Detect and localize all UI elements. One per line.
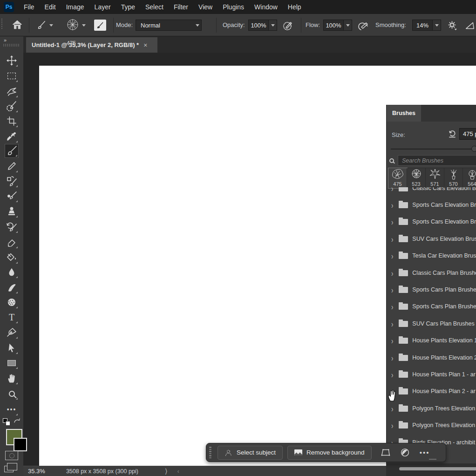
expand-chevron-icon[interactable]: ›	[391, 200, 393, 210]
search-brushes-input[interactable]	[398, 155, 476, 166]
flow-chevron[interactable]	[344, 20, 352, 31]
brush-preset-chevron[interactable]	[49, 24, 53, 27]
mode-select[interactable]: Normal	[136, 20, 202, 31]
smoothing-chevron[interactable]	[433, 20, 441, 31]
transform-icon[interactable]	[380, 447, 391, 458]
brush-folder-row[interactable]: › SUV Cars Elevation Brush	[387, 231, 476, 247]
expand-chevron-icon[interactable]: ›	[391, 234, 393, 244]
toolbar-collapse-icon[interactable]: »	[4, 37, 7, 43]
opacity-chevron[interactable]	[269, 20, 277, 31]
quick-mask-mode-icon[interactable]	[5, 451, 18, 460]
expand-chevron-icon[interactable]: ›	[391, 404, 393, 413]
brush-folder-row[interactable]: › Classic Cars Plan Brushe	[387, 265, 476, 281]
menu-help[interactable]: Help	[283, 0, 306, 14]
expand-chevron-icon[interactable]: ›	[391, 187, 393, 193]
color-replacement-tool[interactable]	[5, 174, 19, 188]
expand-chevron-icon[interactable]: ›	[391, 285, 393, 294]
tab-close-icon[interactable]: ×	[143, 41, 147, 49]
adjustment-contrast-icon[interactable]	[400, 447, 411, 458]
swap-colors-icon[interactable]	[13, 417, 21, 425]
brush-folder-row[interactable]: › Sports Cars Plan Brushes	[387, 281, 476, 298]
menu-plugins[interactable]: Plugins	[218, 0, 249, 14]
brush-folder-row[interactable]: › Polygon Trees Elevation	[387, 417, 476, 434]
path-selection-tool[interactable]	[5, 341, 19, 355]
home-icon[interactable]	[11, 19, 23, 31]
quick-selection-tool[interactable]	[5, 99, 19, 113]
crop-tool[interactable]	[5, 114, 19, 128]
menu-edit[interactable]: Edit	[40, 0, 61, 14]
options-grip[interactable]	[1, 19, 2, 29]
menu-file[interactable]: File	[19, 0, 40, 14]
scroll-left-arrow-icon[interactable]: ‹	[177, 468, 179, 475]
document-tab[interactable]: Untitled-1 @ 35,3% (Layer 2, RGB/8) * ×	[26, 37, 157, 53]
history-brush-tool[interactable]	[5, 220, 19, 234]
paint-bucket-tool[interactable]	[5, 251, 19, 265]
size-value-field[interactable]: 475 px	[459, 128, 476, 140]
mode-chevron[interactable]	[196, 24, 199, 27]
eraser-tool[interactable]	[5, 235, 19, 249]
brush-tool[interactable]	[5, 144, 19, 158]
smoothing-gear-icon[interactable]	[446, 20, 458, 31]
expand-chevron-icon[interactable]: ›	[391, 251, 393, 260]
remove-background-button[interactable]: Remove background	[287, 446, 372, 460]
blur-tool[interactable]	[5, 265, 19, 279]
brush-folder-row[interactable]: › Polygon Trees Elevation	[387, 400, 476, 417]
brush-preset-564[interactable]: 564	[463, 168, 476, 188]
brush-angle-icon[interactable]	[465, 21, 475, 30]
lasso-tool[interactable]	[5, 84, 19, 98]
brush-preset-570[interactable]: 570	[444, 168, 463, 188]
toggle-brush-panel-icon[interactable]	[94, 20, 106, 31]
background-color-swatch[interactable]	[14, 438, 27, 451]
size-reset-icon[interactable]	[448, 129, 457, 138]
taskbar-drag-handle[interactable]	[209, 447, 213, 458]
zoom-tool[interactable]	[5, 387, 19, 401]
smoothing-field[interactable]: 14%	[412, 20, 433, 31]
opacity-field[interactable]: 100%	[248, 20, 269, 31]
pen-tool[interactable]	[5, 326, 19, 340]
brush-folder-row[interactable]: › House Plants Plan 2 - ar	[387, 383, 476, 400]
pencil-tool[interactable]	[5, 159, 19, 173]
brush-folder-row[interactable]: › Sports Cars Elevation Bru	[387, 213, 476, 230]
clone-stamp-tool[interactable]	[5, 204, 19, 218]
menu-filter[interactable]: Filter	[169, 0, 193, 14]
expand-chevron-icon[interactable]: ›	[391, 370, 393, 379]
size-slider-knob[interactable]	[471, 146, 476, 152]
menu-view[interactable]: View	[193, 0, 218, 14]
hand-tool[interactable]	[5, 371, 19, 385]
smudge-tool[interactable]	[5, 280, 19, 294]
expand-chevron-icon[interactable]: ›	[391, 336, 393, 345]
screen-mode-icon[interactable]	[4, 466, 14, 472]
document-info[interactable]: 3508 px x 3508 px (300 ppi)	[66, 468, 138, 475]
expand-chevron-icon[interactable]: ›	[391, 217, 393, 226]
size-slider-track[interactable]	[391, 149, 476, 150]
flow-field[interactable]: 100%	[323, 20, 344, 31]
expand-chevron-icon[interactable]: ›	[391, 353, 393, 362]
brush-folder-row[interactable]: › Tesla Car Elevation Brus	[387, 247, 476, 264]
brush-folder-row[interactable]: › House Plants Elevation 2	[387, 349, 476, 366]
brush-folder-row[interactable]: › SUV Cars Plan Brushes -	[387, 315, 476, 332]
rectangle-tool[interactable]	[5, 356, 19, 370]
status-popup-chevron-icon[interactable]: 〉	[165, 467, 167, 475]
expand-chevron-icon[interactable]: ›	[391, 421, 393, 430]
expand-chevron-icon[interactable]: ›	[391, 302, 393, 311]
menu-layer[interactable]: Layer	[89, 0, 116, 14]
menu-window[interactable]: Window	[249, 0, 283, 14]
edit-toolbar-ellipsis-icon[interactable]: •••	[5, 402, 19, 416]
airbrush-icon[interactable]	[357, 20, 369, 31]
rectangular-marquee-tool[interactable]	[5, 69, 19, 83]
more-options-ellipsis-icon[interactable]: •••	[419, 447, 430, 458]
brush-folder-row[interactable]: › Sports Cars Plan Brushes	[387, 298, 476, 315]
brush-picker-chevron[interactable]	[82, 24, 86, 27]
expand-chevron-icon[interactable]: ›	[391, 319, 393, 328]
menu-type[interactable]: Type	[116, 0, 140, 14]
brush-preset-523[interactable]: 523	[407, 168, 426, 188]
zoom-level-field[interactable]: 35.3%	[28, 468, 45, 475]
eyedropper-tool[interactable]	[5, 129, 19, 143]
brush-tip-preview[interactable]	[65, 17, 80, 32]
brush-tool-preset-icon[interactable]	[36, 20, 47, 30]
brush-folder-row[interactable]: › Classic Cars Elevation Br	[387, 187, 476, 197]
pressure-opacity-icon[interactable]	[282, 20, 293, 31]
brush-folder-row[interactable]: › House Plants Plan 1 - ar	[387, 366, 476, 383]
menu-select[interactable]: Select	[140, 0, 169, 14]
taskbar-resize-dash[interactable]	[429, 459, 436, 460]
